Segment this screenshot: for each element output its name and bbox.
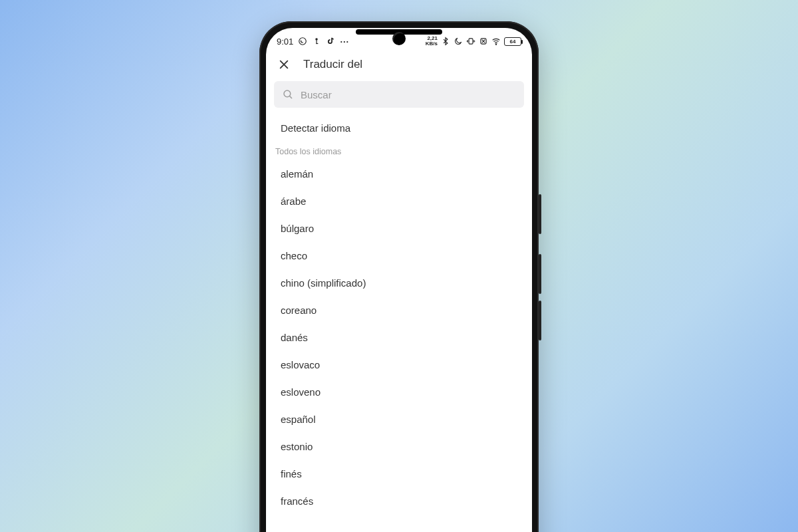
more-icon: ··· <box>340 37 349 46</box>
svg-rect-4 <box>469 39 473 44</box>
network-rate: 2,21 KB/s <box>426 36 438 47</box>
network-rate-unit: KB/s <box>426 41 438 47</box>
svg-point-7 <box>284 90 291 97</box>
camera-hole <box>392 32 406 45</box>
bluetooth-icon <box>441 37 450 46</box>
close-icon <box>277 58 291 71</box>
page-title: Traducir del <box>303 58 362 71</box>
battery-icon: 64 <box>504 37 521 46</box>
search-box[interactable] <box>274 81 524 108</box>
svg-rect-3 <box>317 43 319 44</box>
status-right: 2,21 KB/s 64 <box>426 36 521 47</box>
list-item[interactable]: español <box>266 406 532 433</box>
list-item[interactable]: chino (simplificado) <box>266 269 532 297</box>
list-item[interactable]: esloveno <box>266 378 532 406</box>
list-item[interactable]: francés <box>266 487 532 515</box>
list-item[interactable]: coreano <box>266 297 532 324</box>
list-item[interactable]: finés <box>266 460 532 487</box>
whatsapp-icon <box>298 37 307 46</box>
list-item[interactable]: eslovaco <box>266 351 532 378</box>
svg-point-6 <box>495 44 496 45</box>
status-bar: 9:01 ··· 2,21 KB/s <box>266 28 532 51</box>
svg-point-0 <box>299 38 307 45</box>
status-left: 9:01 ··· <box>277 37 349 47</box>
vibrate-icon <box>466 37 475 46</box>
list-item[interactable]: alemán <box>266 160 532 188</box>
phone-frame: 9:01 ··· 2,21 KB/s <box>259 21 539 532</box>
list-item[interactable]: búlgaro <box>266 215 532 242</box>
detect-language-option[interactable]: Detectar idioma <box>266 112 532 144</box>
dnd-moon-icon <box>454 37 463 46</box>
search-input[interactable] <box>301 89 516 100</box>
screen: 9:01 ··· 2,21 KB/s <box>266 28 532 532</box>
app-header: Traducir del <box>266 51 532 81</box>
status-time: 9:01 <box>277 37 293 47</box>
sim-disabled-icon <box>479 37 488 46</box>
list-item[interactable]: checo <box>266 242 532 269</box>
close-button[interactable] <box>277 57 291 72</box>
key-icon <box>312 37 321 46</box>
search-wrap <box>266 81 532 112</box>
language-list: alemán árabe búlgaro checo chino (simpli… <box>266 160 532 515</box>
list-item[interactable]: árabe <box>266 188 532 215</box>
list-item[interactable]: danés <box>266 324 532 351</box>
tiktok-icon <box>326 37 335 46</box>
battery-level: 64 <box>510 39 516 45</box>
wifi-icon <box>491 37 501 46</box>
search-icon <box>282 88 294 100</box>
all-languages-label: Todos los idiomas <box>266 144 532 160</box>
list-item[interactable]: estonio <box>266 433 532 460</box>
